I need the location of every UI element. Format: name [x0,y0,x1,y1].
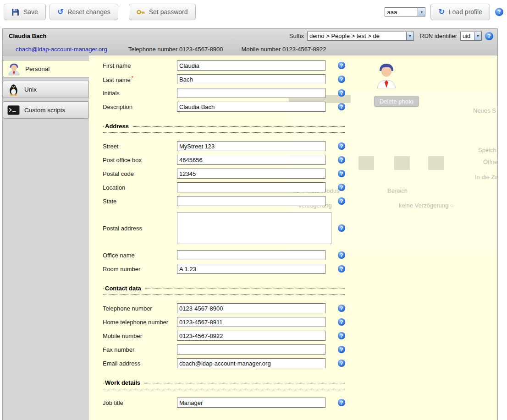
avatar [376,62,397,88]
help-icon[interactable]: ? [338,184,345,191]
profile-select-value: aaa [385,9,418,16]
suffix-select[interactable]: demo > People > test > de ▼ [307,32,414,41]
first-name-input[interactable] [177,60,325,71]
job-title-label: Job title [103,399,177,406]
set-password-button[interactable]: Set password [129,4,196,20]
help-icon[interactable]: ? [338,142,345,150]
help-icon[interactable]: ? [338,251,345,259]
help-icon[interactable]: ? [338,62,345,69]
save-button[interactable]: Save [4,4,46,20]
account-email-link[interactable]: cbach@ldap-account-manager.org [16,46,107,53]
rdn-identifier-select[interactable]: uid ▼ [460,32,482,41]
form-row-telephone: Telephone number ? [103,301,497,315]
chevron-down-icon: ▼ [474,32,481,40]
location-label: Location [103,184,177,191]
help-icon[interactable]: ? [485,32,493,40]
form-row-street: Street ? [103,139,497,153]
help-icon[interactable]: ? [338,318,345,326]
telephone-input[interactable] [177,303,325,313]
account-edit-frame: Claudia Bach Suffix demo > People > test… [2,28,498,420]
section-address: Address [103,123,345,133]
home-telephone-input[interactable] [177,317,325,327]
help-icon[interactable]: ? [338,156,345,164]
postal-address-textarea[interactable] [177,212,331,244]
tab-unix[interactable]: Unix [3,81,89,98]
reset-changes-button[interactable]: ↺ Reset changes [50,4,118,20]
room-number-label: Room number [103,266,177,273]
street-label: Street [103,143,177,150]
postal-code-label: Postal code [103,170,177,177]
tab-custom-scripts[interactable]: Custom scripts [3,101,89,119]
reload-arrow-icon: ↻ [438,8,444,16]
home-telephone-label: Home telephone number [103,319,177,326]
tab-personal-label: Personal [25,65,50,72]
toolbar-right-group: aaa ▼ ↻ Load profile ? [385,4,503,20]
email-input[interactable] [177,358,325,368]
help-icon[interactable]: ? [338,89,345,97]
help-icon[interactable]: ? [338,224,345,232]
initials-input[interactable] [177,88,325,98]
user-photo [376,62,397,90]
help-icon[interactable]: ? [338,360,345,367]
help-icon[interactable]: ? [338,399,345,406]
profile-select[interactable]: aaa ▼ [385,7,425,16]
frame-body: Personal Unix [3,55,497,420]
rdn-identifier-label: RDN identifier [420,33,457,39]
form-row-initials: Initials ? [103,86,497,100]
help-icon[interactable]: ? [338,170,345,177]
description-label: Description [103,104,177,110]
form-row-office-name: Office name ? [103,248,497,262]
header-telephone-text: Telephone number 0123-4567-8900 [128,46,223,53]
room-number-input[interactable] [177,264,325,274]
form-row-job-title: Job title ? [103,396,497,409]
suffix-label: Suffix [289,33,304,39]
delete-photo-button[interactable]: Delete photo [374,96,419,107]
help-icon[interactable]: ? [338,197,345,205]
undo-arrow-icon: ↺ [57,8,63,16]
required-marker: * [132,75,133,81]
po-box-input[interactable] [177,155,325,165]
help-icon[interactable]: ? [338,76,345,83]
load-profile-button[interactable]: ↻ Load profile [430,4,490,20]
help-icon[interactable]: ? [338,305,345,312]
mobile-input[interactable] [177,331,325,341]
job-title-input[interactable] [177,398,325,408]
last-name-input[interactable] [177,74,325,84]
save-button-label: Save [23,8,38,16]
postal-code-input[interactable] [177,169,325,179]
delete-photo-label: Delete photo [380,98,413,105]
help-icon[interactable]: ? [338,346,345,353]
tab-unix-label: Unix [24,86,37,93]
section-contact-data: Contact data [103,285,345,295]
help-icon[interactable]: ? [338,332,345,339]
street-input[interactable] [177,141,325,151]
toolbar: Save ↺ Reset changes Set password aaa ▼ … [4,3,503,21]
fax-input[interactable] [177,344,325,355]
tab-personal[interactable]: Personal [3,60,89,77]
rdn-select-value: uid [461,33,474,39]
telephone-label: Telephone number [103,305,177,312]
state-label: State [103,198,177,205]
last-name-label: Last name* [103,75,177,83]
account-header: Claudia Bach Suffix demo > People > test… [3,29,497,55]
location-input[interactable] [177,182,325,192]
section-address-title: Address [104,123,133,130]
set-password-label: Set password [149,8,188,16]
personal-form-content: Neues S Speich Öffne In die Zwis ild- / … [89,55,497,420]
office-name-label: Office name [103,252,177,259]
state-input[interactable] [177,196,325,206]
account-header-row1: Claudia Bach Suffix demo > People > test… [3,29,497,43]
section-work-title: Work details [104,379,144,386]
office-name-input[interactable] [177,250,325,260]
form-row-description: Description ? [103,100,497,114]
chevron-down-icon: ▼ [406,32,413,40]
form-row-state: State ? [103,194,497,208]
form-row-home-telephone: Home telephone number ? [103,315,497,329]
account-title: Claudia Bach [7,33,46,39]
help-icon[interactable]: ? [338,265,345,273]
help-icon[interactable]: ? [495,8,503,16]
tab-custom-scripts-label: Custom scripts [24,107,65,114]
help-icon[interactable]: ? [338,103,345,110]
header-mobile-text: Mobile number 0123-4567-8922 [241,46,326,53]
description-input[interactable] [177,102,325,112]
